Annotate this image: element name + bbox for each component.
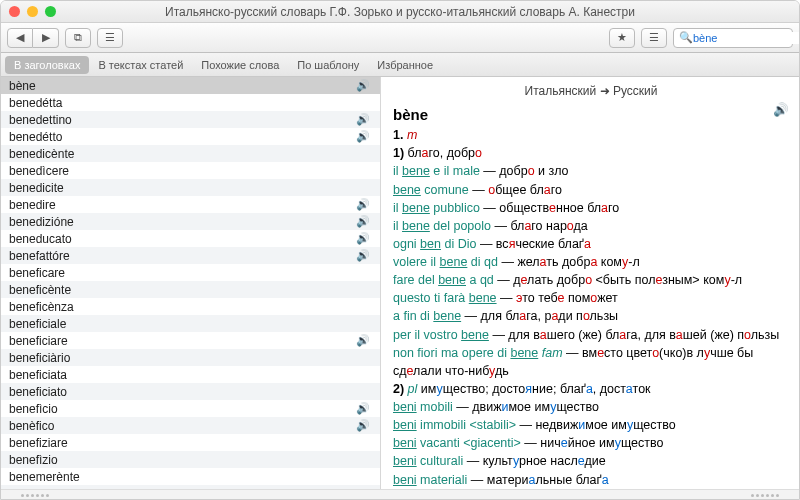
word-label: beneficiale	[9, 317, 66, 331]
example-line: beni mobili — движимое имущество	[393, 398, 789, 416]
tab-В-текстах-статей[interactable]: В текстах статей	[89, 56, 192, 74]
sound-icon[interactable]: 🔊	[356, 130, 370, 143]
close-window-button[interactable]	[9, 6, 20, 17]
list-item[interactable]: benedettino🔊	[1, 111, 380, 128]
word-label: benefìzio	[9, 453, 58, 467]
list-item[interactable]: benedìcere	[1, 162, 380, 179]
word-label: benedìcere	[9, 164, 69, 178]
example-line: bene comune — общее благо	[393, 181, 789, 199]
favorite-button[interactable]: ★	[609, 28, 635, 48]
example-line: a fin di bene — для блага, ради пользы	[393, 307, 789, 325]
example-line: beni culturali — культурное наследие	[393, 452, 789, 470]
word-label: benedizióne	[9, 215, 74, 229]
sound-icon[interactable]: 🔊	[356, 215, 370, 228]
minimize-window-button[interactable]	[27, 6, 38, 17]
example-line: beni materiali — материальные блаґа	[393, 471, 789, 489]
list-item[interactable]: beneficènte	[1, 281, 380, 298]
word-label: beneducato	[9, 232, 72, 246]
list-item[interactable]: benemerènte	[1, 468, 380, 485]
tab-Избранное[interactable]: Избранное	[368, 56, 442, 74]
word-label: beneficènte	[9, 283, 71, 297]
example-line: questo ti farà bene — это тебе поможет	[393, 289, 789, 307]
list-item[interactable]: benèfico🔊	[1, 417, 380, 434]
word-label: benemerènte	[9, 470, 80, 484]
word-label: benèfico	[9, 419, 54, 433]
list-item[interactable]: benedétto🔊	[1, 128, 380, 145]
toolbar: ◀ ▶ ⧉ ☰ ★ ☰ 🔍 ⓧ	[1, 23, 799, 53]
sound-icon[interactable]: 🔊	[356, 79, 370, 92]
search-icon: 🔍	[679, 31, 693, 44]
word-label: benefattóre	[9, 249, 70, 263]
example-line: il bene e il male — добро и зло	[393, 162, 789, 180]
word-label: beneficiare	[9, 334, 68, 348]
word-list[interactable]: bène🔊benedéttabenedettino🔊benedétto🔊bene…	[1, 77, 381, 489]
sound-icon[interactable]: 🔊	[773, 101, 789, 119]
example-line: fare del bene a qd — делать добро <быть …	[393, 271, 789, 289]
word-label: benedettino	[9, 113, 72, 127]
list-item[interactable]: beneficiale	[1, 315, 380, 332]
example-line: il bene del popolo — благо народа	[393, 217, 789, 235]
list-item[interactable]: benefìcio🔊	[1, 400, 380, 417]
sound-icon[interactable]: 🔊	[356, 198, 370, 211]
list-item[interactable]: beneficiata	[1, 366, 380, 383]
sound-icon[interactable]: 🔊	[356, 249, 370, 262]
sound-icon[interactable]: 🔊	[356, 402, 370, 415]
sound-icon[interactable]: 🔊	[356, 232, 370, 245]
sound-icon[interactable]: 🔊	[356, 334, 370, 347]
word-label: benedire	[9, 198, 56, 212]
footer	[1, 489, 799, 500]
window-title: Итальянско-русский словарь Г.Ф. Зорько и…	[1, 5, 799, 19]
word-label: bène	[9, 79, 36, 93]
list-item[interactable]: benedire🔊	[1, 196, 380, 213]
search-field[interactable]: 🔍 ⓧ	[673, 28, 793, 48]
zoom-window-button[interactable]	[45, 6, 56, 17]
part-of-speech: m	[407, 128, 417, 142]
example-line: non fiori ma opere di bene fam — вместо …	[393, 344, 789, 380]
word-label: benedétta	[9, 96, 62, 110]
entry-direction: Итальянский ➜ Русский	[393, 83, 789, 104]
list-item[interactable]: benemerènza	[1, 485, 380, 489]
word-label: beneficiàrio	[9, 351, 70, 365]
word-label: benedétto	[9, 130, 62, 144]
word-label: benefiziare	[9, 436, 68, 450]
tab-По-шаблону[interactable]: По шаблону	[288, 56, 368, 74]
clipboard-button[interactable]: ⧉	[65, 28, 91, 48]
list-item[interactable]: beneficiare🔊	[1, 332, 380, 349]
list-item[interactable]: beneficare	[1, 264, 380, 281]
word-label: beneficare	[9, 266, 65, 280]
word-label: benedicite	[9, 181, 64, 195]
word-label: beneficènza	[9, 300, 74, 314]
example-line: per il vostro bene — для вашего (же) бла…	[393, 326, 789, 344]
word-label: benemerènza	[9, 487, 82, 490]
tab-Похожие-слова[interactable]: Похожие слова	[192, 56, 288, 74]
list-item[interactable]: benefiziare	[1, 434, 380, 451]
list-item[interactable]: benefattóre🔊	[1, 247, 380, 264]
example-line: beni immobili <stabili> — недвижимое иму…	[393, 416, 789, 434]
entry-pane[interactable]: Итальянский ➜ Русский🔊bène1. m1) благо, …	[381, 77, 799, 489]
example-line: ogni ben di Dio — всяческие блаґа	[393, 235, 789, 253]
list-item[interactable]: beneducato🔊	[1, 230, 380, 247]
back-button[interactable]: ◀	[7, 28, 33, 48]
list-item[interactable]: benedizióne🔊	[1, 213, 380, 230]
word-label: beneficiata	[9, 368, 67, 382]
list-item[interactable]: beneficènza	[1, 298, 380, 315]
example-line: beni vacanti <giacenti> — ничейное имуще…	[393, 434, 789, 452]
example-line: il bene pubblico — общественное благо	[393, 199, 789, 217]
forward-button[interactable]: ▶	[33, 28, 59, 48]
search-input[interactable]	[693, 32, 800, 44]
list-item[interactable]: benedicènte	[1, 145, 380, 162]
list-item[interactable]: benedicite	[1, 179, 380, 196]
tab-В-заголовках[interactable]: В заголовках	[5, 56, 89, 74]
list-item[interactable]: benefìzio	[1, 451, 380, 468]
list-item[interactable]: bène🔊	[1, 77, 380, 94]
example-line: volere il bene di qd — желать добра кому…	[393, 253, 789, 271]
tab-bar: В заголовкахВ текстах статейПохожие слов…	[1, 53, 799, 77]
list-item[interactable]: beneficiato	[1, 383, 380, 400]
headword: bène	[393, 104, 789, 126]
list-button[interactable]: ☰	[97, 28, 123, 48]
sound-icon[interactable]: 🔊	[356, 113, 370, 126]
list-item[interactable]: beneficiàrio	[1, 349, 380, 366]
list-item[interactable]: benedétta	[1, 94, 380, 111]
panel-button[interactable]: ☰	[641, 28, 667, 48]
sound-icon[interactable]: 🔊	[356, 419, 370, 432]
